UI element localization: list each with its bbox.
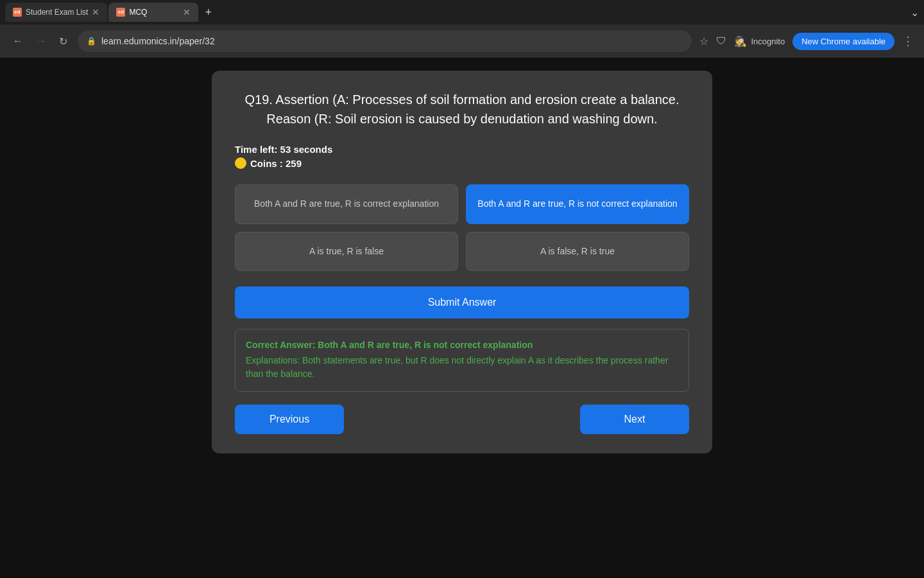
answer-box: Correct Answer: Both A and R are true, R… (235, 329, 689, 392)
correct-answer-text: Correct Answer: Both A and R are true, R… (246, 340, 678, 350)
new-chrome-button[interactable]: New Chrome available (792, 33, 894, 50)
address-bar: ← → ↻ 🔒 learn.edumonics.in/paper/32 ☆ 🛡 … (0, 24, 924, 58)
back-button[interactable]: ← (10, 33, 26, 49)
explanation-text: Explanations: Both statements are true, … (246, 354, 678, 381)
options-grid: Both A and R are true, R is correct expl… (235, 184, 689, 271)
forward-button[interactable]: → (33, 33, 49, 49)
coins-display: Coins : 259 (235, 157, 689, 169)
new-tab-button[interactable]: + (200, 6, 217, 19)
shield-icon[interactable]: 🛡 (716, 35, 726, 47)
incognito-icon: 🕵 (734, 35, 747, 48)
tab-bar: ed Student Exam List ✕ ed MCQ ✕ + ⌄ (0, 0, 924, 24)
question-text: Q19. Assertion (A: Processes of soil for… (235, 90, 689, 128)
url-bar[interactable]: 🔒 learn.edumonics.in/paper/32 (78, 30, 692, 52)
tab1-close-icon[interactable]: ✕ (92, 8, 99, 17)
time-left: Time left: 53 seconds (235, 144, 689, 155)
reload-button[interactable]: ↻ (56, 33, 70, 50)
time-coins-section: Time left: 53 seconds Coins : 259 (235, 144, 689, 169)
option-4-button[interactable]: A is false, R is true (466, 232, 689, 272)
tab2-close-icon[interactable]: ✕ (183, 8, 191, 17)
option-3-button[interactable]: A is true, R is false (235, 232, 458, 272)
main-content: Q19. Assertion (A: Processes of soil for… (0, 58, 924, 578)
tab1-favicon: ed (13, 8, 22, 17)
tab-mcq[interactable]: ed MCQ ✕ (108, 3, 198, 22)
lock-icon: 🔒 (87, 37, 96, 46)
option-1-button[interactable]: Both A and R are true, R is correct expl… (235, 184, 458, 224)
previous-button[interactable]: Previous (235, 405, 344, 434)
incognito-button[interactable]: 🕵 Incognito (734, 35, 785, 48)
next-button[interactable]: Next (580, 405, 689, 434)
submit-answer-button[interactable]: Submit Answer (235, 286, 689, 319)
tab2-favicon: ed (116, 8, 125, 17)
tab1-label: Student Exam List (26, 8, 88, 17)
bookmark-icon[interactable]: ☆ (699, 35, 708, 48)
browser-chrome: ed Student Exam List ✕ ed MCQ ✕ + ⌄ ← → … (0, 0, 924, 58)
coins-label: Coins : 259 (250, 158, 302, 169)
tab-list-button[interactable]: ⌄ (911, 6, 919, 19)
browser-menu-button[interactable]: ⋮ (902, 34, 914, 48)
incognito-label: Incognito (751, 37, 785, 46)
tab-student-exam-list[interactable]: ed Student Exam List ✕ (5, 3, 107, 22)
tab2-label: MCQ (129, 8, 147, 17)
option-2-button[interactable]: Both A and R are true, R is not correct … (466, 184, 689, 224)
coin-icon (235, 157, 246, 169)
url-text: learn.edumonics.in/paper/32 (101, 36, 683, 46)
nav-buttons: Previous Next (235, 405, 689, 434)
quiz-card: Q19. Assertion (A: Processes of soil for… (212, 71, 712, 453)
